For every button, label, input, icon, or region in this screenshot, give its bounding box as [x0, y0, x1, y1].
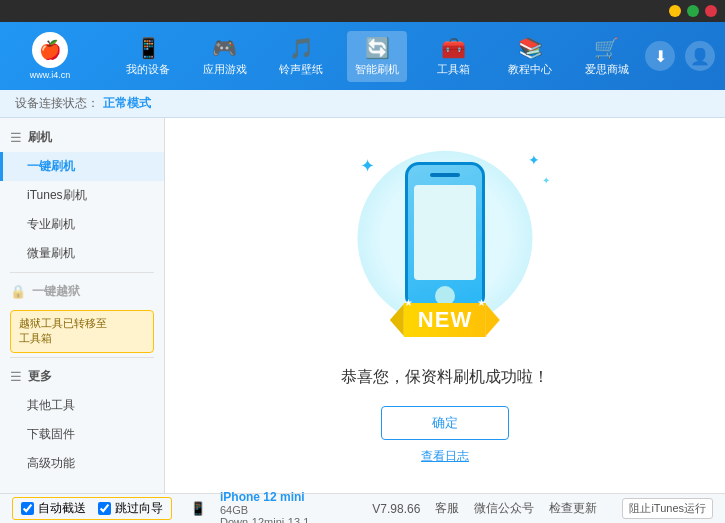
status-label: 设备连接状态： — [15, 95, 99, 112]
sidebar-more-header: ☰ 更多 — [0, 362, 164, 391]
device-info: iPhone 12 mini 64GB Down-12mini-13.1 — [220, 490, 309, 524]
success-message: 恭喜您，保资料刷机成功啦！ — [341, 367, 549, 388]
service-button[interactable]: 客服 — [435, 500, 459, 517]
flash-section-title: 刷机 — [28, 129, 52, 146]
bottom-right: V7.98.66 客服 微信公众号 检查更新 阻止iTunes运行 — [372, 498, 713, 519]
more-section-icon: ☰ — [10, 369, 22, 384]
jailbreak-section-title: 一键越狱 — [32, 283, 80, 300]
lock-icon: 🔒 — [10, 284, 26, 299]
sparkle-left-icon: ✦ — [360, 155, 375, 177]
nav-apps-games[interactable]: 🎮 应用游戏 — [195, 31, 255, 82]
device-section: 📱 iPhone 12 mini 64GB Down-12mini-13.1 — [190, 490, 309, 524]
download-button[interactable]: ⬇ — [645, 41, 675, 71]
device-icon: 📱 — [190, 501, 206, 516]
skip-wizard-input[interactable] — [98, 502, 111, 515]
auto-send-checkbox[interactable]: 自动截送 — [21, 500, 86, 517]
logo: 🍎 www.i4.cn — [10, 32, 90, 80]
phone-screen — [414, 185, 476, 280]
nav-ringtones-icon: 🎵 — [289, 36, 314, 60]
sidebar-warning: 越狱工具已转移至工具箱 — [10, 310, 154, 353]
nav-store-icon: 🛒 — [594, 36, 619, 60]
status-bar: 设备连接状态： 正常模式 — [0, 90, 725, 118]
more-section-title: 更多 — [28, 368, 52, 385]
hero-illustration: ✦ ✦ ✦ NEW ★ ★ — [335, 147, 555, 347]
sparkle-right-icon: ✦ — [542, 175, 550, 186]
header-right: ⬇ 👤 — [645, 41, 715, 71]
nav-store[interactable]: 🛒 爱思商城 — [577, 31, 637, 82]
nav-my-device[interactable]: 📱 我的设备 — [118, 31, 178, 82]
secondary-link[interactable]: 查看日志 — [421, 448, 469, 465]
sidebar-jailbreak-header: 🔒 一键越狱 — [0, 277, 164, 306]
content-area: ✦ ✦ ✦ NEW ★ ★ 恭喜您，保资料刷机成功啦！ 确定 查看日志 — [165, 118, 725, 493]
nav-apps-games-label: 应用游戏 — [203, 62, 247, 77]
device-detail: Down-12mini-13.1 — [220, 516, 309, 524]
sidebar-divider-1 — [10, 272, 154, 273]
auto-send-label: 自动截送 — [38, 500, 86, 517]
nav-toolbox-label: 工具箱 — [437, 62, 470, 77]
sidebar-item-itunes-flash[interactable]: iTunes刷机 — [0, 181, 164, 210]
bottom-bar: 自动截送 跳过向导 📱 iPhone 12 mini 64GB Down-12m… — [0, 493, 725, 523]
nav-tutorial-icon: 📚 — [518, 36, 543, 60]
phone-speaker — [430, 173, 460, 177]
minimize-button[interactable] — [669, 5, 681, 17]
confirm-button[interactable]: 确定 — [381, 406, 509, 440]
nav-toolbox-icon: 🧰 — [441, 36, 466, 60]
sidebar-flash-header: ☰ 刷机 — [0, 123, 164, 152]
status-value: 正常模式 — [103, 95, 151, 112]
version-label: V7.98.66 — [372, 502, 420, 516]
check-update-button[interactable]: 检查更新 — [549, 500, 597, 517]
sidebar-item-advanced[interactable]: 高级功能 — [0, 449, 164, 478]
close-button[interactable] — [705, 5, 717, 17]
logo-symbol: 🍎 — [39, 39, 61, 61]
nav-my-device-label: 我的设备 — [126, 62, 170, 77]
logo-website: www.i4.cn — [30, 70, 71, 80]
skip-wizard-checkbox[interactable]: 跳过向导 — [98, 500, 163, 517]
nav-apps-games-icon: 🎮 — [212, 36, 237, 60]
nav-store-label: 爱思商城 — [585, 62, 629, 77]
nav-ringtones-label: 铃声壁纸 — [279, 62, 323, 77]
nav-ringtones[interactable]: 🎵 铃声壁纸 — [271, 31, 331, 82]
device-name: iPhone 12 mini — [220, 490, 309, 504]
nav-toolbox[interactable]: 🧰 工具箱 — [424, 31, 484, 82]
sidebar-item-pro-flash[interactable]: 专业刷机 — [0, 210, 164, 239]
maximize-button[interactable] — [687, 5, 699, 17]
sidebar-divider-2 — [10, 357, 154, 358]
auto-send-input[interactable] — [21, 502, 34, 515]
title-bar — [0, 0, 725, 22]
nav-smart-flash[interactable]: 🔄 智能刷机 — [347, 31, 407, 82]
logo-icon: 🍎 — [32, 32, 68, 68]
device-storage: 64GB — [220, 504, 309, 516]
nav-smart-flash-label: 智能刷机 — [355, 62, 399, 77]
flash-section-icon: ☰ — [10, 130, 22, 145]
wechat-button[interactable]: 微信公众号 — [474, 500, 534, 517]
skip-wizard-label: 跳过向导 — [115, 500, 163, 517]
nav-smart-flash-icon: 🔄 — [365, 36, 390, 60]
sidebar-item-micro-flash[interactable]: 微量刷机 — [0, 239, 164, 268]
phone-graphic — [405, 162, 485, 310]
checkbox-area: 自动截送 跳过向导 — [12, 497, 172, 520]
new-ribbon-text: NEW — [404, 303, 486, 337]
account-button[interactable]: 👤 — [685, 41, 715, 71]
sidebar: ☰ 刷机 一键刷机 iTunes刷机 专业刷机 微量刷机 🔒 一键越狱 越狱工具… — [0, 118, 165, 493]
header: 🍎 www.i4.cn 📱 我的设备 🎮 应用游戏 🎵 铃声壁纸 🔄 智能刷机 … — [0, 22, 725, 90]
new-ribbon: NEW ★ ★ — [390, 303, 500, 337]
stop-itunes-button[interactable]: 阻止iTunes运行 — [622, 498, 713, 519]
nav-bar: 📱 我的设备 🎮 应用游戏 🎵 铃声壁纸 🔄 智能刷机 🧰 工具箱 📚 教程中心… — [110, 31, 645, 82]
sparkle-right-top-icon: ✦ — [528, 152, 540, 168]
sidebar-item-download-firmware[interactable]: 下载固件 — [0, 420, 164, 449]
nav-tutorial[interactable]: 📚 教程中心 — [500, 31, 560, 82]
nav-my-device-icon: 📱 — [136, 36, 161, 60]
sidebar-item-one-click-flash[interactable]: 一键刷机 — [0, 152, 164, 181]
sidebar-item-other-tools[interactable]: 其他工具 — [0, 391, 164, 420]
nav-tutorial-label: 教程中心 — [508, 62, 552, 77]
main-layout: ☰ 刷机 一键刷机 iTunes刷机 专业刷机 微量刷机 🔒 一键越狱 越狱工具… — [0, 118, 725, 493]
